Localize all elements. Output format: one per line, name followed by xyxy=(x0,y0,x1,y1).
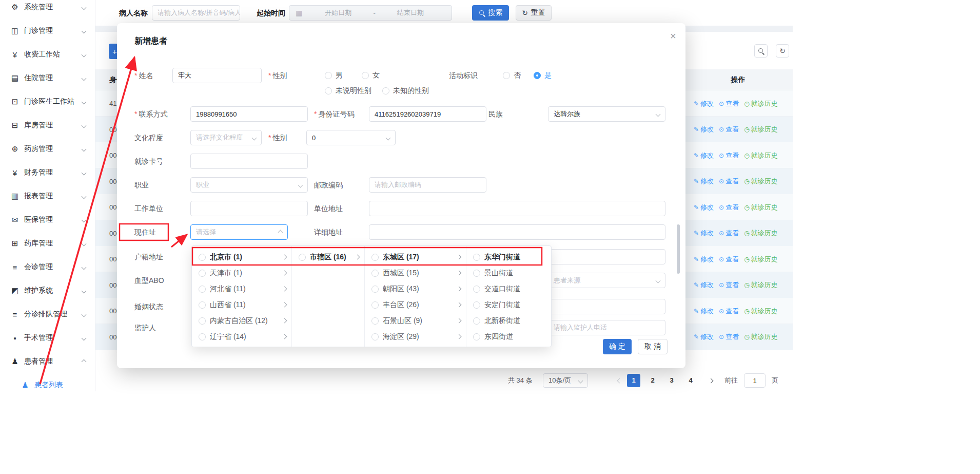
visit-history-link[interactable]: ◷就诊历史 xyxy=(744,99,777,108)
cascader-option[interactable]: 市辖区 (16) xyxy=(292,249,364,265)
page-button-1[interactable]: 1 xyxy=(627,374,640,387)
search-button[interactable]: 搜索 xyxy=(472,5,509,21)
cascader-option[interactable]: 天津市 (1) xyxy=(192,265,291,281)
sidebar-item-系统管理[interactable]: ⚙系统管理 xyxy=(0,0,95,19)
close-icon[interactable]: × xyxy=(670,30,676,42)
ethnicity-select[interactable]: 达斡尔族 xyxy=(548,106,665,122)
visit-history-link[interactable]: ◷就诊历史 xyxy=(744,125,777,134)
radio-icon[interactable] xyxy=(473,254,480,261)
radio-icon[interactable] xyxy=(199,317,206,325)
cascader-option[interactable]: 西城区 (15) xyxy=(365,265,466,281)
contact-input[interactable]: 19880991650 xyxy=(190,106,308,122)
cascader-option[interactable]: 北京市 (1) xyxy=(192,249,291,265)
gender-select[interactable]: 0 xyxy=(306,130,396,145)
view-link[interactable]: ⊙查看 xyxy=(719,177,739,186)
edit-link[interactable]: ✎修改 xyxy=(694,255,714,264)
sidebar-item-医保管理[interactable]: ✉医保管理 xyxy=(0,208,95,232)
sidebar-item-药房管理[interactable]: ⊕药房管理 xyxy=(0,137,95,161)
cascader-option[interactable]: 丰台区 (26) xyxy=(365,297,466,313)
edit-link[interactable]: ✎修改 xyxy=(694,307,714,316)
visit-history-link[interactable]: ◷就诊历史 xyxy=(744,280,777,290)
edit-link[interactable]: ✎修改 xyxy=(694,151,714,160)
visit-card-input[interactable] xyxy=(190,154,308,169)
radio-icon[interactable] xyxy=(199,301,206,309)
work-unit-input[interactable] xyxy=(190,201,308,216)
radio-icon[interactable] xyxy=(473,286,480,293)
view-link[interactable]: ⊙查看 xyxy=(719,280,739,290)
radio-icon[interactable] xyxy=(371,301,379,309)
page-button-4[interactable]: 4 xyxy=(684,374,697,387)
visit-history-link[interactable]: ◷就诊历史 xyxy=(744,255,777,264)
postal-code-input[interactable]: 请输入邮政编码 xyxy=(369,177,486,193)
confirm-button[interactable]: 确 定 xyxy=(603,339,632,354)
radio-icon[interactable] xyxy=(299,254,306,261)
cascader-option[interactable]: 海淀区 (29) xyxy=(365,329,466,345)
radio-icon[interactable] xyxy=(371,286,379,293)
radio-icon[interactable] xyxy=(371,254,379,261)
household-row-right-input[interactable] xyxy=(548,249,665,264)
sidebar-item-库房管理[interactable]: ⊟库房管理 xyxy=(0,113,95,137)
prev-page-button[interactable] xyxy=(613,374,626,387)
edit-link[interactable]: ✎修改 xyxy=(694,125,714,134)
radio-active-no[interactable]: 否 xyxy=(503,68,521,83)
sidebar-item-分诊排队管理[interactable]: ≡分诊排队管理 xyxy=(0,302,95,326)
sidebar-item-门诊医生工作站[interactable]: ⊡门诊医生工作站 xyxy=(0,90,95,113)
radio-icon[interactable] xyxy=(473,333,480,340)
radio-active-yes[interactable]: 是 xyxy=(534,68,552,83)
edit-link[interactable]: ✎修改 xyxy=(694,177,714,186)
sidebar-item-患者列表[interactable]: ♟患者列表 xyxy=(0,373,95,391)
radio-icon[interactable] xyxy=(199,286,206,293)
sidebar-item-药库管理[interactable]: ⊞药库管理 xyxy=(0,232,95,255)
name-input[interactable]: 牢大 xyxy=(172,68,262,83)
patient-source-select[interactable]: 患者来源 xyxy=(548,273,665,288)
edit-link[interactable]: ✎修改 xyxy=(694,332,714,342)
sidebar-item-会诊管理[interactable]: ≡会诊管理 xyxy=(0,255,95,279)
patient-name-input[interactable]: 请输入病人名称/拼音码/病人ID xyxy=(152,5,240,21)
edit-link[interactable]: ✎修改 xyxy=(694,99,714,108)
view-link[interactable]: ⊙查看 xyxy=(719,99,739,108)
cascader-option[interactable]: 石景山区 (9) xyxy=(365,313,466,329)
cascader-option[interactable]: 朝阳区 (43) xyxy=(365,281,466,297)
edit-link[interactable]: ✎修改 xyxy=(694,280,714,290)
radio-female[interactable]: 女 xyxy=(362,68,380,83)
radio-icon[interactable] xyxy=(199,254,206,261)
occupation-select[interactable]: 职业 xyxy=(190,177,308,193)
visit-history-link[interactable]: ◷就诊历史 xyxy=(744,307,777,316)
edit-link[interactable]: ✎修改 xyxy=(694,203,714,212)
sidebar-item-患者管理[interactable]: ♟患者管理 xyxy=(0,350,95,373)
cascader-option[interactable]: 山西省 (11) xyxy=(192,297,291,313)
radio-unknown-gender[interactable]: 未知的性别 xyxy=(382,83,429,99)
view-link[interactable]: ⊙查看 xyxy=(719,255,739,264)
cascader-option[interactable]: 景山街道 xyxy=(466,265,552,281)
cascader-option[interactable]: 河北省 (11) xyxy=(192,281,291,297)
radio-icon[interactable] xyxy=(371,317,379,325)
cascader-option[interactable]: 东城区 (17) xyxy=(365,249,466,265)
sidebar-item-门诊管理[interactable]: ◫门诊管理 xyxy=(0,19,95,43)
page-button-3[interactable]: 3 xyxy=(665,374,678,387)
radio-icon[interactable] xyxy=(371,333,379,340)
view-link[interactable]: ⊙查看 xyxy=(719,332,739,342)
visit-history-link[interactable]: ◷就诊历史 xyxy=(744,177,777,186)
cascader-option[interactable]: 辽宁省 (14) xyxy=(192,329,291,345)
radio-icon[interactable] xyxy=(473,270,480,277)
edit-link[interactable]: ✎修改 xyxy=(694,229,714,238)
date-range-picker[interactable]: ▦ 开始日期 - 结束日期 xyxy=(289,5,452,21)
guardian-phone-input[interactable]: 请输入监护人电话 xyxy=(548,320,665,335)
sidebar-item-住院管理[interactable]: ▤住院管理 xyxy=(0,66,95,90)
cascader-option[interactable]: 北新桥街道 xyxy=(466,313,552,329)
view-link[interactable]: ⊙查看 xyxy=(719,151,739,160)
reset-button[interactable]: ↻ 重置 xyxy=(516,5,552,21)
sidebar-item-财务管理[interactable]: ¥财务管理 xyxy=(0,161,95,184)
goto-page-input[interactable]: 1 xyxy=(744,373,766,388)
radio-icon[interactable] xyxy=(473,317,480,325)
visit-history-link[interactable]: ◷就诊历史 xyxy=(744,229,777,238)
radio-icon[interactable] xyxy=(199,270,206,277)
id-number-input[interactable]: 411625192602039719 xyxy=(369,106,486,122)
page-size-select[interactable]: 10条/页 xyxy=(543,373,588,388)
view-link[interactable]: ⊙查看 xyxy=(719,125,739,134)
sidebar-item-手术管理[interactable]: ▪手术管理 xyxy=(0,326,95,350)
current-address-cascader[interactable]: 请选择 xyxy=(190,224,288,240)
sidebar-item-收费工作站[interactable]: ¥收费工作站 xyxy=(0,43,95,66)
cancel-button[interactable]: 取 消 xyxy=(638,339,668,354)
table-refresh-button[interactable]: ↻ xyxy=(776,44,789,58)
